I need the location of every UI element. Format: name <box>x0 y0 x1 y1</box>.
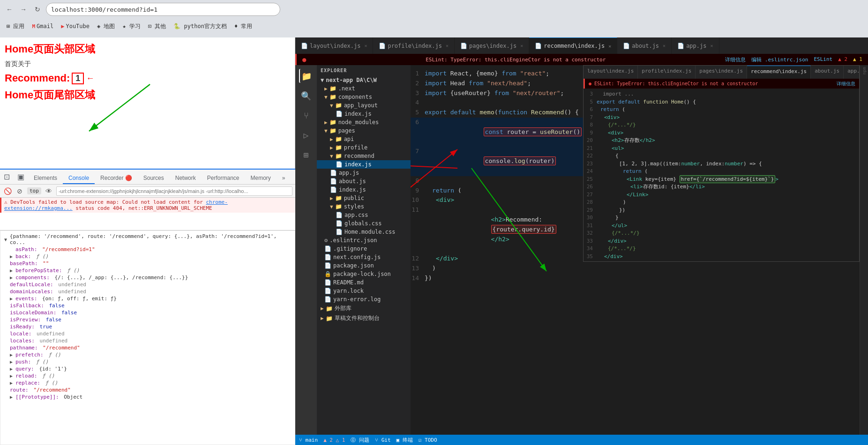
devtools-icon-btn1[interactable]: ⊡ <box>0 171 14 184</box>
tab-network[interactable]: Network <box>170 173 202 184</box>
reload-button[interactable]: ↻ <box>32 4 43 15</box>
bookmark-apps[interactable]: ⊞ 应用 <box>4 22 27 31</box>
activity-git[interactable]: ⑂ <box>299 108 313 122</box>
overlay-tab-profile[interactable]: profile\index.js <box>638 66 696 79</box>
vscode-tab-layout[interactable]: 📄 layout\index.js ✕ <box>295 37 373 54</box>
bookmark-study[interactable]: ★ 学习 <box>120 22 143 31</box>
tab-sources[interactable]: Sources <box>138 173 170 184</box>
obj-root-line[interactable]: ▼ {pathname: '/recommend', route: '/reco… <box>0 233 295 246</box>
activity-debug[interactable]: ▷ <box>299 128 313 142</box>
eslint-disable-link[interactable]: ESLint <box>814 56 832 63</box>
fe-styles[interactable]: ▼ 📁 styles <box>317 202 411 211</box>
devtools-icon-btn2[interactable]: ▣ <box>14 171 28 184</box>
fe-app-layout[interactable]: ▼ 📁 app_layout <box>317 101 411 110</box>
vscode-tab-recommend[interactable]: 📄 recommend\index.js ✕ <box>529 37 617 54</box>
clear-console-btn[interactable]: 🚫 <box>3 186 12 196</box>
fe-package-json[interactable]: 📄 package.json <box>317 261 411 270</box>
activity-search[interactable]: 🔍 <box>299 89 313 103</box>
fe-eslintrc[interactable]: ⚙ .eslintrc.json <box>317 236 411 245</box>
status-errors[interactable]: ▲ 2 △ 1 <box>323 437 345 443</box>
obj-prefetch[interactable]: ▶ prefetch: ƒ () <box>0 351 295 358</box>
tab-recorder[interactable]: Recorder 🔴 <box>95 173 138 184</box>
vscode-tab-pages[interactable]: 📄 pages\index.js ✕ <box>455 37 529 54</box>
obj-components[interactable]: ▶ components: {/: {...}, /_app: {...}, /… <box>0 274 295 281</box>
close-icon5[interactable]: ✕ <box>663 43 666 48</box>
address-bar[interactable]: localhost:3000/recommend?id=1 <box>46 3 280 16</box>
fe-gitignore[interactable]: 📄 .gitignore <box>317 245 411 253</box>
fe-next[interactable]: ▶ 📁 .next <box>317 84 411 93</box>
fe-app-css[interactable]: 📄 app.css <box>317 211 411 219</box>
fe-readme[interactable]: 📄 README.md <box>317 278 411 287</box>
status-terminal[interactable]: ▣ 终端 <box>397 437 413 444</box>
fe-next-config[interactable]: 📄 next.config.js <box>317 253 411 261</box>
fe-recommend-index[interactable]: 📄 index.js <box>317 160 411 169</box>
bookmark-python[interactable]: 🐍 python官方文档 <box>171 22 230 31</box>
obj-prototype[interactable]: ▶ [[Prototype]]: Object <box>0 393 295 400</box>
obj-beforePopState[interactable]: ▶ beforePopState: ƒ () <box>0 267 295 274</box>
bookmark-map[interactable]: ◈ 地图 <box>94 22 118 31</box>
fe-root[interactable]: ▼ next-app DA\C\W <box>317 76 411 84</box>
forward-button[interactable]: → <box>18 4 29 15</box>
overlay-tab-layout[interactable]: layout\index.js <box>584 66 638 79</box>
fe-profile[interactable]: ▶ 📁 profile <box>317 143 411 152</box>
bookmark-youtube[interactable]: ▶ YouTube <box>58 22 92 30</box>
eye-btn[interactable]: 👁 <box>44 186 53 196</box>
filter-btn[interactable]: ⊘ <box>15 186 24 196</box>
fe-api[interactable]: ▶ 📁 api <box>317 135 411 143</box>
fe-globals-css[interactable]: 📄 globals.css <box>317 219 411 228</box>
console-filter-input[interactable] <box>56 186 292 196</box>
tab-memory[interactable]: Memory <box>245 173 277 184</box>
tab-elements[interactable]: Elements <box>28 173 63 184</box>
obj-replace[interactable]: ▶ replace: ƒ () <box>0 379 295 386</box>
fe-about-js[interactable]: 📄 about.js <box>317 177 411 185</box>
fe-recommend-folder[interactable]: ▼ 📁 recommend <box>317 152 411 160</box>
obj-reload[interactable]: ▶ reload: ƒ () <box>0 372 295 379</box>
close-icon3[interactable]: ✕ <box>520 43 523 48</box>
overlay-detail-link[interactable]: 详细信息 <box>837 80 855 87</box>
fe-home-module[interactable]: 📄 Home.module.css <box>317 228 411 236</box>
fe-package-lock[interactable]: 🔒 package-lock.json <box>317 270 411 278</box>
vscode-tab-about[interactable]: 📄 about.js ✕ <box>617 37 672 54</box>
activity-explorer[interactable]: 📁 <box>299 69 313 83</box>
error-detail-link[interactable]: 详细信息 <box>725 56 746 63</box>
obj-push[interactable]: ▶ push: ƒ () <box>0 358 295 365</box>
status-branch[interactable]: ⑂ main <box>299 437 318 443</box>
overlay-tab-about[interactable]: about.js <box>811 66 844 79</box>
tab-console[interactable]: Console <box>63 173 95 184</box>
fe-index-layout[interactable]: 📄 index.js <box>317 110 411 118</box>
close-icon[interactable]: ✕ <box>364 43 367 48</box>
close-icon4[interactable]: ✕ <box>608 44 611 49</box>
close-icon6[interactable]: ✕ <box>710 43 713 48</box>
tab-performance[interactable]: Performance <box>202 173 245 184</box>
overlay-tab-app[interactable]: app.js <box>844 66 859 79</box>
vscode-tab-appjs[interactable]: 📄 app.js ✕ <box>672 37 719 54</box>
fe-pages[interactable]: ▼ 📁 pages <box>317 126 411 135</box>
fe-components[interactable]: ▼ 📁 components <box>317 93 411 101</box>
fe-yarn-error[interactable]: 📄 yarn-error.log <box>317 295 411 304</box>
back-button[interactable]: ← <box>4 4 15 15</box>
activity-extensions[interactable]: ⊞ <box>299 148 313 162</box>
close-icon2[interactable]: ✕ <box>446 43 449 48</box>
status-problems[interactable]: ⓪ 问题 <box>351 437 369 444</box>
fe-drafts[interactable]: ▶ 📁 草稿文件和控制台 <box>317 313 411 323</box>
obj-events[interactable]: ▶ events: {on: ƒ, off: ƒ, emit: ƒ} <box>0 295 295 302</box>
fe-app-js[interactable]: 📄 app.js <box>317 169 411 177</box>
bookmark-gmail[interactable]: M Gmail <box>29 22 56 30</box>
top-dropdown[interactable]: top <box>27 187 41 194</box>
overlay-tab-recommend[interactable]: recommend\index.js <box>747 66 811 79</box>
status-git[interactable]: ⑂ Git <box>375 437 391 443</box>
tab-more[interactable]: » <box>277 173 291 184</box>
fe-yarn-lock[interactable]: 📄 yarn.lock <box>317 287 411 295</box>
obj-query[interactable]: ▶ query: {id: '1'} <box>0 365 295 372</box>
bookmark-common[interactable]: ♦ 常用 <box>232 22 255 31</box>
eslint-json-link[interactable]: 编辑 .eslintrc.json <box>751 56 808 63</box>
fe-external-libs[interactable]: ▶ 📁 外部库 <box>317 304 411 313</box>
obj-back[interactable]: ▶ back: ƒ () <box>0 253 295 260</box>
bookmark-other[interactable]: ⊡ 其他 <box>145 22 169 31</box>
fe-index-pages[interactable]: 📄 index.js <box>317 185 411 194</box>
fe-public[interactable]: ▶ 📁 public <box>317 194 411 202</box>
vscode-tab-profile[interactable]: 📄 profile\index.js ✕ <box>373 37 455 54</box>
status-todo[interactable]: ☑ TODO <box>419 437 437 443</box>
overlay-tab-pages[interactable]: pages\index.js <box>696 66 747 79</box>
fe-node-modules[interactable]: ▶ 📁 node_modules <box>317 118 411 126</box>
